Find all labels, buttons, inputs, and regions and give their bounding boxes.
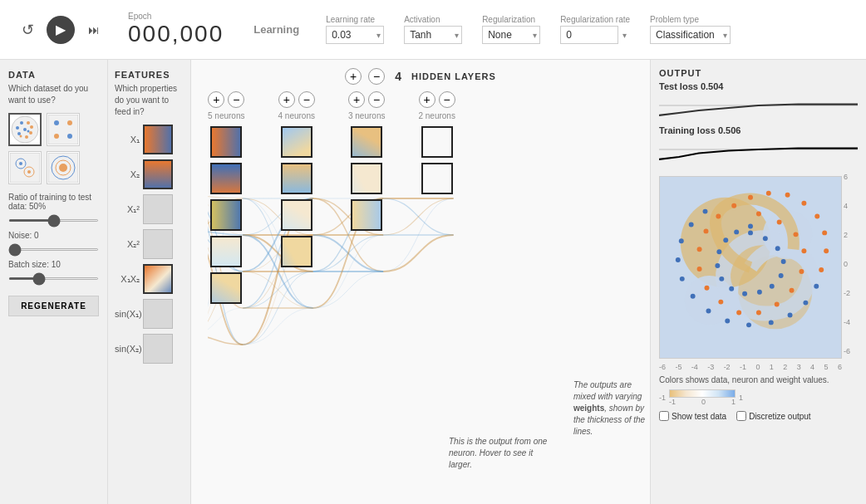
test-loss-value: 0.504 <box>701 81 724 91</box>
epoch-value: 000,000 <box>128 21 224 47</box>
feature-node-0[interactable] <box>143 125 173 154</box>
svg-rect-28 <box>144 230 173 259</box>
dataset-gaussian[interactable] <box>8 151 42 184</box>
play-button[interactable]: ▶ <box>47 16 75 44</box>
feature-row-6: sin(X₂) <box>115 334 184 364</box>
feature-row-4: X₁X₂ <box>115 264 184 294</box>
svg-point-58 <box>790 288 795 293</box>
layer-1-header: +− <box>278 91 315 108</box>
neuron-l1-n1[interactable] <box>281 163 312 194</box>
discretize-output-checkbox[interactable]: Discretize output <box>736 411 810 421</box>
dataset-spiral[interactable] <box>8 113 42 146</box>
svg-point-77 <box>748 230 753 235</box>
layer-0-remove-neuron[interactable]: − <box>228 91 244 108</box>
svg-point-8 <box>17 132 21 135</box>
neuron-l0-n4[interactable] <box>210 272 242 304</box>
regularization-select[interactable]: NoneL1L2 <box>482 26 540 44</box>
svg-point-102 <box>788 313 793 318</box>
svg-point-97 <box>691 294 696 299</box>
problem-type-label: Problem type <box>650 15 731 24</box>
svg-point-66 <box>704 228 709 233</box>
neuron-l3-n0[interactable] <box>421 126 453 158</box>
svg-point-1 <box>27 121 30 125</box>
svg-point-81 <box>779 273 784 278</box>
batch-label: Batch size: 10 <box>8 260 99 269</box>
svg-rect-42 <box>352 164 382 194</box>
x-axis-labels: -6-5-4-3-2-10123456 <box>659 363 842 371</box>
show-test-data-input[interactable] <box>659 411 669 421</box>
neuron-l1-n2[interactable] <box>281 199 312 231</box>
regenerate-button[interactable]: REGENERATE <box>8 296 99 316</box>
step-button[interactable]: ⏭ <box>80 16 108 44</box>
svg-rect-33 <box>212 164 242 194</box>
hidden-layers-label: HIDDEN LAYERS <box>411 71 496 81</box>
remove-layer-button[interactable]: − <box>368 68 385 85</box>
svg-point-7 <box>16 126 19 130</box>
dataset-xor[interactable] <box>47 113 80 146</box>
neuron-l0-n3[interactable] <box>210 236 242 267</box>
svg-point-74 <box>822 230 827 235</box>
layer-1-remove-neuron[interactable]: − <box>298 91 315 108</box>
neuron-l2-n2[interactable] <box>351 199 382 231</box>
noise-slider[interactable] <box>8 248 99 251</box>
feature-row-1: X₂ <box>115 159 184 189</box>
reset-button[interactable]: ↺ <box>13 16 42 44</box>
add-layer-button[interactable]: + <box>345 68 362 85</box>
feature-node-1[interactable] <box>143 159 173 189</box>
neuron-l2-n0[interactable] <box>351 126 382 158</box>
neuron-l2-n1[interactable] <box>351 163 382 194</box>
data-panel-title: DATA <box>8 70 99 80</box>
learning-rate-select[interactable]: 0.030.010.10.313 <box>326 26 384 44</box>
neuron-l0-n1[interactable] <box>210 163 242 194</box>
ratio-label: Ratio of training to test data: 50% <box>8 193 99 211</box>
neuron-l3-n1[interactable] <box>421 163 453 194</box>
ratio-slider[interactable] <box>8 219 99 222</box>
layer-0-add-neuron[interactable]: + <box>208 91 224 108</box>
problem-type-block: Problem type ClassificationRegression <box>650 15 731 44</box>
svg-point-65 <box>697 247 702 252</box>
neuron-l1-n0[interactable] <box>281 126 312 158</box>
feature-node-3[interactable] <box>143 229 173 259</box>
svg-point-23 <box>59 164 67 172</box>
layer-2-add-neuron[interactable]: + <box>348 91 365 108</box>
feature-row-5: sin(X₁) <box>115 299 184 329</box>
layer-3-remove-neuron[interactable]: − <box>439 91 455 108</box>
problem-type-select[interactable]: ClassificationRegression <box>650 26 731 44</box>
layer-2: +−3 neurons <box>348 91 385 306</box>
neuron-l0-n2[interactable] <box>210 199 242 231</box>
svg-rect-43 <box>352 201 382 231</box>
feature-node-5[interactable] <box>143 299 173 329</box>
svg-point-104 <box>814 284 819 289</box>
svg-point-86 <box>719 276 724 281</box>
discretize-output-input[interactable] <box>736 411 746 421</box>
svg-rect-32 <box>212 128 242 158</box>
feature-node-6[interactable] <box>143 334 173 364</box>
training-loss-value: 0.506 <box>718 125 741 135</box>
layer-3-neurons-label: 2 neurons <box>418 111 455 120</box>
svg-rect-11 <box>48 115 78 144</box>
layer-3-add-neuron[interactable]: + <box>419 91 435 108</box>
feature-node-2[interactable] <box>143 194 173 224</box>
neuron-l1-n3[interactable] <box>281 236 312 267</box>
svg-point-67 <box>716 214 721 219</box>
activation-select[interactable]: TanhReLUSigmoidLinear <box>404 26 462 44</box>
layer-2-remove-neuron[interactable]: − <box>368 91 385 108</box>
layer-1-neurons-label: 4 neurons <box>278 111 314 120</box>
layer-1-add-neuron[interactable]: + <box>278 91 295 108</box>
dataset-circle[interactable] <box>47 151 80 184</box>
svg-rect-25 <box>145 126 173 154</box>
layer-0: +−5 neurons <box>208 91 244 306</box>
training-loss-line: Training loss 0.506 <box>659 125 858 135</box>
neuron-l0-n0[interactable] <box>210 126 242 158</box>
svg-point-91 <box>748 223 753 228</box>
show-test-data-checkbox[interactable]: Show test data <box>659 411 726 421</box>
features-list: X₁X₂X₁²X₂²X₁X₂sin(X₁)sin(X₂) <box>115 125 184 364</box>
batch-slider[interactable] <box>8 277 99 280</box>
svg-rect-30 <box>144 300 173 329</box>
batch-slider-section: Batch size: 10 <box>8 260 99 282</box>
feature-node-4[interactable] <box>143 264 173 294</box>
feature-label-4: X₁X₂ <box>115 274 140 285</box>
dataset-options <box>8 113 99 184</box>
reg-rate-select[interactable]: 00.0010.010.11 <box>560 26 618 44</box>
svg-point-78 <box>763 236 768 241</box>
